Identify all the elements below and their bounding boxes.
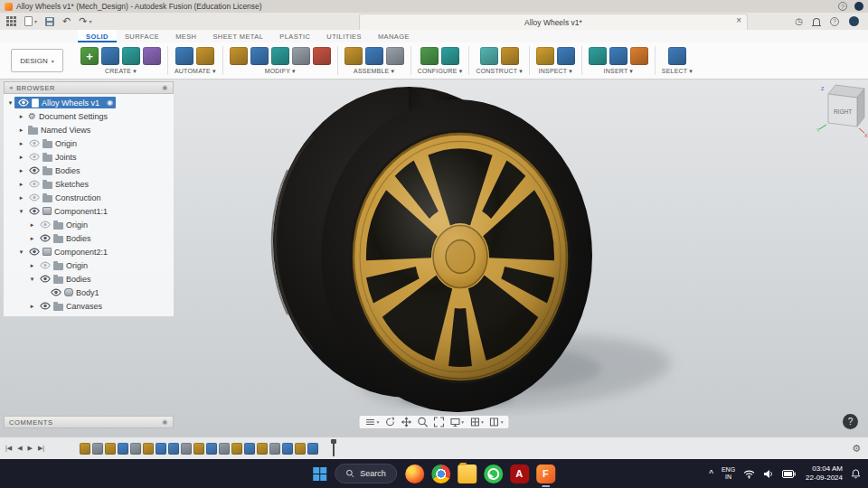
browser-item-component1-1[interactable]: ▾Component1:1	[4, 204, 174, 218]
timeline-feature-4[interactable]	[118, 443, 128, 455]
timeline-feature-1[interactable]	[80, 443, 90, 455]
help-menu-icon[interactable]: ?	[830, 17, 839, 26]
battery-icon[interactable]	[782, 470, 796, 478]
document-tab[interactable]: Alloy Wheels v1* ×	[359, 14, 748, 30]
insert-derive-icon[interactable]	[589, 47, 607, 65]
expand-arrow-icon[interactable]: ▸	[17, 181, 25, 188]
expand-arrow-icon[interactable]: ▸	[28, 235, 36, 242]
play-button[interactable]: ▶	[28, 445, 33, 452]
press-pull-icon[interactable]	[230, 47, 248, 65]
expand-arrow-icon[interactable]: ▸	[17, 154, 25, 161]
browser-item-bodies[interactable]: ▾Bodies	[4, 272, 174, 286]
browser-item-alloy-wheels-v1[interactable]: ▾Alloy Wheels v1◉	[4, 96, 174, 109]
browser-item-origin[interactable]: ▸Origin	[4, 258, 174, 272]
expand-arrow-icon[interactable]: ▸	[17, 194, 25, 202]
tab-plastic[interactable]: PLASTIC	[271, 30, 318, 42]
panel-target-icon[interactable]: ◉	[162, 418, 168, 426]
expand-arrow-icon[interactable]: ▾	[28, 276, 36, 283]
browser-item-sketches[interactable]: ▸Sketches	[4, 177, 174, 191]
timeline-feature-18[interactable]	[295, 443, 306, 455]
tab-close-icon[interactable]: ×	[736, 15, 741, 25]
timeline-feature-8[interactable]	[168, 443, 179, 455]
automate-menu[interactable]: AUTOMATE ▾	[175, 68, 216, 75]
expand-arrow-icon[interactable]: ▾	[6, 99, 14, 107]
visibility-eye-icon[interactable]	[39, 221, 51, 229]
acrobat-app-icon[interactable]: A	[510, 465, 529, 483]
app-grid-icon[interactable]	[6, 16, 16, 26]
timeline-feature-2[interactable]	[92, 443, 103, 455]
go-to-start-button[interactable]: |◀	[5, 445, 12, 452]
step-back-button[interactable]: ◀	[17, 445, 22, 452]
redo-icon[interactable]: ↷	[79, 16, 87, 26]
browser-item-component2-1[interactable]: ▾Component2:1	[4, 245, 174, 258]
help-icon[interactable]: ?	[838, 2, 847, 11]
wifi-icon[interactable]	[743, 469, 755, 479]
shell-icon[interactable]	[271, 47, 289, 65]
visibility-eye-icon[interactable]	[39, 302, 51, 310]
construct-menu[interactable]: CONSTRUCT ▾	[476, 68, 522, 75]
scripts-addins-icon[interactable]	[196, 47, 214, 65]
browser-item-construction[interactable]: ▸Construction	[4, 191, 174, 204]
chrome-app-icon[interactable]	[431, 465, 450, 483]
notification-bell-icon[interactable]	[851, 469, 861, 479]
tab-sheet-metal[interactable]: SHEET METAL	[204, 30, 271, 42]
expand-arrow-icon[interactable]: ▸	[28, 262, 36, 269]
timeline-feature-6[interactable]	[143, 443, 154, 455]
visibility-eye-icon[interactable]	[28, 139, 40, 147]
fillet-icon[interactable]	[250, 47, 269, 65]
job-status-icon[interactable]: ◷	[795, 17, 803, 26]
zoom-icon[interactable]	[417, 417, 428, 427]
tab-surface[interactable]: SURFACE	[117, 30, 167, 42]
automated-modeling-icon[interactable]	[175, 47, 193, 65]
visibility-eye-icon[interactable]	[50, 288, 61, 296]
visibility-eye-icon[interactable]	[28, 153, 40, 161]
visibility-eye-icon[interactable]	[28, 180, 40, 188]
timeline-feature-15[interactable]	[257, 443, 268, 455]
files-app-icon[interactable]	[458, 465, 476, 483]
timeline-feature-11[interactable]	[206, 443, 217, 455]
browser-item-body1[interactable]: Body1	[4, 286, 174, 299]
undo-icon[interactable]: ↶	[62, 16, 71, 26]
rigid-group-icon[interactable]	[386, 47, 404, 65]
create-sketch-icon[interactable]: +	[80, 47, 99, 65]
create-form-icon[interactable]	[143, 47, 161, 65]
grid-settings-icon[interactable]: ▾	[469, 417, 484, 427]
browser-item-named-views[interactable]: ▸Named Views	[4, 123, 174, 136]
select-menu[interactable]: SELECT ▾	[662, 68, 693, 75]
language-indicator[interactable]: ENG IN	[722, 466, 735, 481]
profile-avatar[interactable]	[849, 16, 859, 26]
browser-header[interactable]: ◂ BROWSER ◉	[4, 81, 174, 94]
timeline-feature-12[interactable]	[219, 443, 230, 455]
expand-arrow-icon[interactable]: ▸	[17, 113, 25, 120]
configuration-icon[interactable]	[420, 47, 439, 65]
timeline-feature-19[interactable]	[307, 443, 318, 455]
expand-arrow-icon[interactable]: ▸	[28, 303, 36, 310]
create-menu[interactable]: CREATE ▾	[105, 68, 137, 75]
fusion-app-icon[interactable]: F	[536, 465, 555, 483]
notifications-bell-icon[interactable]	[813, 18, 820, 25]
new-component-icon[interactable]	[344, 47, 363, 65]
timeline-feature-16[interactable]	[269, 443, 280, 455]
browser-item-document-settings[interactable]: ▸⚙Document Settings	[4, 109, 174, 123]
visibility-eye-icon[interactable]	[17, 99, 29, 107]
move-copy-icon[interactable]	[313, 47, 331, 65]
display-settings-icon[interactable]: ▾	[449, 417, 464, 427]
canvas-icon[interactable]	[630, 47, 648, 65]
combine-icon[interactable]	[292, 47, 310, 65]
configure-menu[interactable]: CONFIGURE ▾	[418, 68, 463, 75]
timeline-feature-7[interactable]	[156, 443, 166, 455]
visibility-eye-icon[interactable]	[28, 166, 40, 174]
assemble-menu[interactable]: ASSEMBLE ▾	[354, 68, 394, 75]
timeline-feature-10[interactable]	[193, 443, 204, 455]
browser-item-bodies[interactable]: ▸Bodies	[4, 231, 174, 245]
file-icon[interactable]	[24, 16, 33, 26]
browser-item-joints[interactable]: ▸Joints	[4, 150, 174, 164]
timeline-playhead[interactable]	[333, 440, 335, 456]
expand-arrow-icon[interactable]: ▸	[17, 127, 25, 134]
construction-plane-icon[interactable]	[480, 47, 498, 65]
construction-axis-icon[interactable]	[501, 47, 519, 65]
firefox-app-icon[interactable]	[405, 465, 424, 483]
save-icon[interactable]	[45, 17, 54, 26]
orbit-icon[interactable]	[384, 417, 395, 427]
tray-chevron-icon[interactable]: ^	[709, 469, 713, 479]
